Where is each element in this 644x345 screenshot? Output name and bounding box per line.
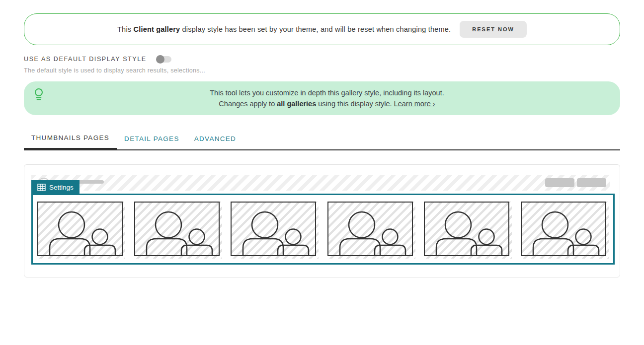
default-style-toggle[interactable]: [157, 56, 171, 63]
two-people-icon: [424, 202, 509, 256]
image-placeholder-thumbnail: [424, 202, 512, 259]
tab-advanced[interactable]: ADVANCED: [187, 128, 243, 149]
theme-banner: This Client gallery display style has be…: [24, 13, 620, 45]
preview-header-placeholder: [31, 175, 610, 191]
reset-now-button[interactable]: RESET NOW: [460, 21, 527, 38]
tab-detail-pages[interactable]: DETAIL PAGES: [117, 128, 187, 149]
info-box-text: This tool lets you customize in depth th…: [44, 81, 610, 109]
default-style-description: The default style is used to display sea…: [24, 67, 620, 74]
tab-thumbnails-pages[interactable]: THUMBNAILS PAGES: [24, 128, 117, 150]
image-placeholder-thumbnail: [37, 202, 125, 259]
info-line-1: This tool lets you customize in depth th…: [44, 87, 610, 98]
two-people-icon: [134, 202, 220, 256]
two-people-icon: [231, 202, 316, 256]
thumbnails-preview-zone: [31, 194, 615, 265]
gallery-preview-card: Settings: [24, 164, 620, 277]
use-default-label: USE AS DEFAULT DISPLAY STYLE: [24, 56, 147, 63]
nav-button-placeholder: [577, 178, 606, 187]
settings-button-label: Settings: [49, 184, 74, 191]
image-placeholder-thumbnail: [134, 202, 222, 259]
two-people-icon: [521, 202, 606, 256]
tabs-bar: THUMBNAILS PAGES DETAIL PAGES ADVANCED: [24, 128, 620, 150]
two-people-icon: [327, 202, 413, 256]
settings-button[interactable]: Settings: [31, 180, 80, 194]
display-style-name: Client gallery: [134, 25, 180, 33]
image-placeholder-thumbnail: [231, 202, 319, 259]
info-box: This tool lets you customize in depth th…: [24, 81, 620, 115]
image-placeholder-thumbnail: [521, 202, 609, 259]
two-people-icon: [37, 202, 123, 256]
toggle-knob: [156, 55, 164, 64]
lightbulb-icon: [34, 88, 44, 101]
theme-banner-text: This Client gallery display style has be…: [117, 25, 451, 33]
use-default-row: USE AS DEFAULT DISPLAY STYLE: [24, 56, 620, 63]
grid-icon: [37, 184, 46, 191]
learn-more-link[interactable]: Learn more ›: [394, 100, 435, 108]
image-placeholder-thumbnail: [327, 202, 415, 259]
info-line-2: Changes apply to all galleries using thi…: [44, 98, 610, 109]
nav-button-placeholder: [545, 178, 574, 187]
gallery-style-settings-page: This Client gallery display style has be…: [24, 0, 620, 277]
